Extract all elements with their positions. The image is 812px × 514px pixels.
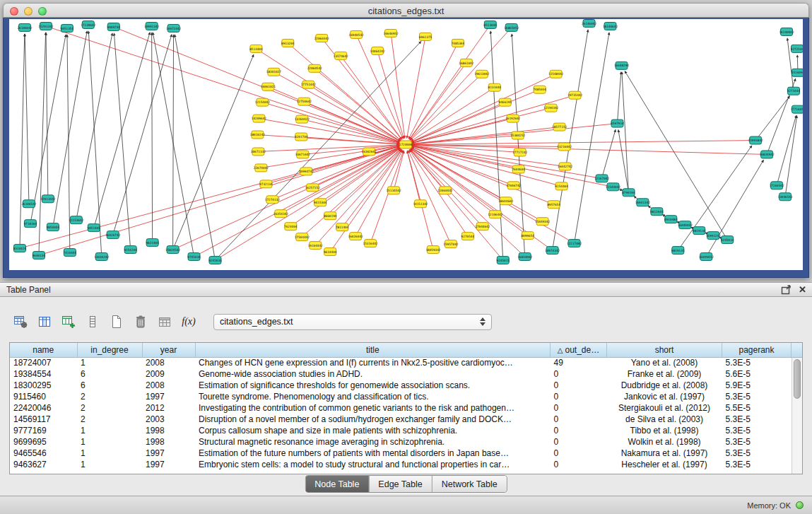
graph-edge[interactable] — [408, 151, 451, 244]
graph-node[interactable]: 17504442 — [295, 233, 310, 241]
graph-node[interactable]: 8799194 — [622, 189, 635, 197]
table-row[interactable]: 1938455462009Genome-wide association stu… — [10, 368, 792, 380]
cell-year[interactable]: 2008 — [142, 357, 195, 368]
graph-node[interactable]: 13046542 — [777, 193, 792, 201]
graph-node[interactable]: 15291342 — [38, 22, 53, 30]
graph-node[interactable]: 8660194 — [324, 212, 337, 220]
cell-title[interactable]: Embryonic stem cells: a model to study s… — [195, 459, 551, 470]
graph-node[interactable]: 16861042 — [459, 59, 473, 66]
graph-node[interactable]: 15913442 — [40, 195, 55, 203]
graph-node[interactable]: 15384252 — [510, 132, 525, 139]
graph-edge[interactable] — [39, 146, 399, 255]
graph-node[interactable]: 22674042 — [254, 164, 269, 172]
graph-node[interactable]: 15049342 — [535, 218, 550, 226]
cell-name[interactable]: 18300295 — [10, 380, 77, 391]
float-panel-icon[interactable] — [781, 285, 792, 295]
graph-node[interactable]: 8099654 — [521, 232, 534, 240]
graph-node[interactable]: 19735442 — [567, 91, 582, 99]
column-header-year[interactable]: year — [142, 343, 195, 357]
cell-title[interactable]: Corpus callosum shape and size in male p… — [195, 425, 551, 436]
graph-node[interactable]: 12153642 — [69, 216, 83, 224]
column-header-out-degree[interactable]: △out_de… — [551, 343, 607, 357]
graph-edge[interactable] — [409, 63, 466, 139]
cell-title[interactable]: Estimation of the future numbers of pati… — [195, 448, 551, 459]
graph-edge[interactable] — [175, 35, 215, 260]
graph-edge[interactable] — [39, 33, 46, 255]
graph-edge[interactable] — [407, 37, 425, 139]
graph-node[interactable]: 16302642 — [362, 148, 377, 156]
graph-node[interactable]: 6597914 — [611, 119, 624, 127]
cell-in_degree[interactable]: 1 — [77, 448, 142, 459]
cell-short[interactable]: Franke et al. (2009) — [607, 368, 722, 380]
new-document-icon[interactable] — [107, 313, 126, 330]
graph-node[interactable]: 9854044 — [47, 223, 60, 231]
cell-short[interactable]: Nakamura et al. (1997) — [607, 448, 722, 459]
cell-out_degree[interactable]: 0 — [551, 391, 607, 402]
network-graph[interactable]: 1724006183010271606102112154042142096421… — [9, 19, 803, 270]
graph-edge[interactable] — [625, 71, 727, 240]
graph-edge[interactable] — [308, 85, 400, 141]
graph-edge[interactable] — [408, 43, 458, 139]
graph-node[interactable]: 16140942 — [779, 28, 794, 35]
cell-short[interactable]: Tibbo et al. (1998) — [607, 425, 722, 436]
graph-edge[interactable] — [617, 72, 620, 124]
graph-node[interactable]: 9051405 — [88, 224, 101, 232]
graph-node[interactable]: 8957654 — [547, 201, 560, 209]
graph-edge[interactable] — [304, 102, 399, 142]
table-row[interactable]: 1872400712008Changes of HCN gene express… — [10, 357, 792, 368]
tab-edge-table[interactable]: Edge Table — [368, 476, 431, 492]
cell-year[interactable]: 1997 — [142, 391, 195, 402]
graph-node[interactable]: 9273444 — [787, 87, 801, 95]
graph-node[interactable]: 12106442 — [488, 211, 502, 218]
graph-node[interactable]: 26106042 — [17, 23, 32, 31]
graph-node[interactable]: 19104442 — [308, 242, 323, 250]
graph-node[interactable]: 18577152 — [552, 123, 567, 131]
graph-node[interactable]: 8201704 — [295, 133, 308, 141]
cell-title[interactable]: Disruption of a novel member of a sodium… — [195, 414, 551, 425]
table-mode-icon[interactable] — [11, 313, 30, 330]
graph-node[interactable]: 22060342 — [314, 34, 329, 42]
graph-edge[interactable] — [256, 49, 400, 141]
graph-node[interactable]: 8910484 — [664, 216, 678, 223]
graph-node[interactable]: 5516094 — [792, 69, 803, 76]
graph-node[interactable]: 12750642 — [297, 98, 312, 105]
table-row[interactable]: 1456911722003Disruption of a novel membe… — [10, 414, 792, 425]
tab-network-table[interactable]: Network Table — [432, 476, 507, 492]
column-header-short[interactable]: short — [607, 343, 722, 357]
graph-edge[interactable] — [412, 141, 755, 145]
graph-node[interactable]: 9812644 — [650, 208, 664, 216]
graph-edge[interactable] — [114, 33, 130, 250]
graph-edge[interactable] — [20, 34, 25, 248]
cell-out_degree[interactable]: 0 — [551, 459, 607, 470]
cell-name[interactable]: 9463627 — [10, 459, 77, 470]
cell-name[interactable]: 19384554 — [10, 368, 77, 380]
graph-node[interactable]: 16354342 — [273, 210, 288, 218]
graph-node[interactable]: 7811404 — [336, 223, 349, 231]
graph-edge[interactable] — [46, 26, 400, 143]
window-titlebar[interactable]: citations_edges.txt — [3, 3, 809, 18]
graph-edge[interactable] — [777, 115, 796, 185]
graph-node[interactable]: 9254204 — [124, 246, 137, 254]
cell-name[interactable]: 18724007 — [10, 357, 77, 368]
graph-edge[interactable] — [553, 30, 588, 250]
show-columns-icon[interactable] — [35, 313, 54, 330]
graph-node[interactable]: 16972442 — [166, 24, 181, 32]
graph-node[interactable]: 22060542 — [307, 64, 322, 72]
cell-in_degree[interactable]: 2 — [77, 414, 142, 425]
graph-node[interactable]: 16026042 — [348, 233, 363, 240]
graph-node[interactable]: 13216042 — [557, 143, 572, 151]
cell-name[interactable]: 9699695 — [10, 436, 77, 448]
graph-node[interactable]: 16257152 — [305, 184, 320, 192]
graph-edge[interactable] — [114, 27, 400, 142]
graph-edge[interactable] — [575, 33, 609, 243]
graph-node[interactable]: 15824542 — [165, 246, 180, 254]
graph-node[interactable]: 16061021 — [261, 83, 276, 90]
cell-name[interactable]: 22420046 — [10, 402, 77, 414]
graph-edge[interactable] — [602, 129, 616, 178]
graph-node[interactable]: 18301027 — [266, 68, 281, 76]
cell-title[interactable]: Genome-wide association studies in ADHD. — [195, 368, 551, 380]
cell-pagerank[interactable]: 5.6E-5 — [722, 368, 792, 380]
graph-node[interactable]: 9718364 — [24, 220, 37, 228]
column-header-name[interactable]: name — [10, 343, 77, 357]
graph-node[interactable]: 9270544 — [461, 233, 475, 240]
